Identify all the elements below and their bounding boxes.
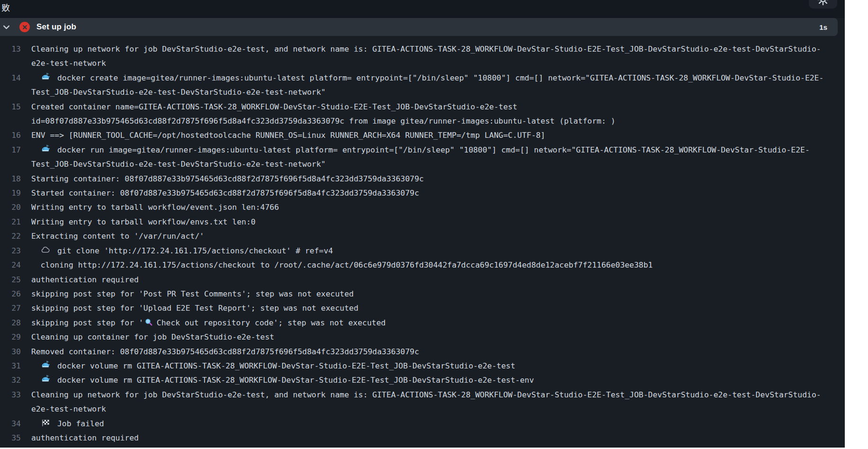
log-line: 35 authentication required [0, 431, 845, 445]
line-number[interactable]: 18 [0, 172, 21, 186]
line-number[interactable]: 32 [0, 373, 21, 387]
line-number[interactable]: 14 [0, 71, 21, 85]
log-line: 27 skipping post step for 'Upload E2E Te… [0, 301, 845, 315]
chevron-down-icon[interactable] [2, 23, 10, 31]
log-line: 22 Extracting content to '/var/run/act/' [0, 229, 845, 243]
job-title-fragment: 败 [1, 2, 10, 13]
log-line: 26 skipping post step for 'Post PR Test … [0, 287, 845, 301]
log-text: Cleaning up network for job DevStarStudi… [31, 42, 831, 71]
log-settings-button[interactable] [809, 0, 837, 9]
line-number[interactable]: 23 [0, 244, 21, 258]
whale-icon [41, 375, 50, 384]
log-line: 30 Removed container: 08f07d887e33b97546… [0, 345, 845, 359]
line-number[interactable]: 28 [0, 316, 21, 330]
log-text: Cleaning up container for job DevStarStu… [31, 330, 831, 344]
line-number[interactable]: 19 [0, 186, 21, 200]
line-number[interactable]: 16 [0, 128, 21, 143]
line-number[interactable]: 31 [0, 359, 21, 373]
line-number[interactable]: 20 [0, 200, 21, 215]
log-text: Created container name=GITEA-ACTIONS-TAS… [31, 100, 831, 129]
log-text: Job failed [31, 417, 831, 431]
log-line: 16 ENV ==> [RUNNER_TOOL_CACHE=/opt/hoste… [0, 128, 845, 143]
line-number[interactable]: 33 [0, 388, 21, 402]
log-text: authentication required [31, 273, 831, 287]
log-text: git clone 'http://172.24.161.175/actions… [31, 244, 831, 258]
step-header-setup-job[interactable]: Set up job 1s [0, 18, 838, 36]
gear-icon [817, 0, 829, 6]
log-line: 19 Started container: 08f07d887e33b97546… [0, 186, 845, 200]
log-line: 17 docker run image=gitea/runner-images:… [0, 143, 845, 172]
log-line: 29 Cleaning up container for job DevStar… [0, 330, 845, 344]
log-line: 20 Writing entry to tarball workflow/eve… [0, 200, 845, 215]
log-lines-container: 13 Cleaning up network for job DevStarSt… [0, 36, 845, 445]
log-line: 33 Cleaning up network for job DevStarSt… [0, 388, 845, 417]
x-circle-icon [22, 25, 27, 30]
log-text: docker run image=gitea/runner-images:ubu… [31, 143, 831, 172]
line-number[interactable]: 15 [0, 100, 21, 114]
line-number[interactable]: 27 [0, 301, 21, 315]
checkered-flag-icon [41, 418, 50, 428]
job-topbar: 败 [0, 0, 845, 18]
whale-icon [41, 360, 50, 370]
log-text: Writing entry to tarball workflow/event.… [31, 200, 831, 215]
line-number[interactable]: 24 [0, 258, 21, 272]
log-line: 13 Cleaning up network for job DevStarSt… [0, 42, 845, 71]
log-text: Writing entry to tarball workflow/envs.t… [31, 215, 831, 229]
log-text: Removed container: 08f07d887e33b975465d6… [31, 345, 831, 359]
log-line: 15 Created container name=GITEA-ACTIONS-… [0, 100, 845, 129]
magnifier-icon [144, 318, 153, 326]
step-title: Set up job [36, 22, 76, 32]
line-number[interactable]: 13 [0, 42, 21, 56]
log-text: Starting container: 08f07d887e33b975465d… [31, 172, 831, 186]
step-duration: 1s [819, 23, 827, 31]
log-line: 28 skipping post step for 'Check out rep… [0, 316, 845, 330]
log-line: 18 Starting container: 08f07d887e33b9754… [0, 172, 845, 186]
log-line: 31 docker volume rm GITEA-ACTIONS-TASK-2… [0, 359, 845, 373]
log-text: Cleaning up network for job DevStarStudi… [31, 388, 831, 417]
log-text: docker create image=gitea/runner-images:… [31, 71, 831, 100]
line-number[interactable]: 30 [0, 345, 21, 359]
log-text: ENV ==> [RUNNER_TOOL_CACHE=/opt/hostedto… [31, 128, 831, 143]
log-text: skipping post step for 'Upload E2E Test … [31, 301, 831, 315]
whale-icon [41, 72, 50, 82]
line-number[interactable]: 34 [0, 417, 21, 431]
log-text: authentication required [31, 431, 831, 445]
log-text: docker volume rm GITEA-ACTIONS-TASK-28_W… [31, 359, 831, 373]
log-line: 21 Writing entry to tarball workflow/env… [0, 215, 845, 229]
log-text: Extracting content to '/var/run/act/' [31, 229, 831, 243]
status-failed-badge [19, 22, 30, 32]
log-text: Started container: 08f07d887e33b975465d6… [31, 186, 831, 200]
line-number[interactable]: 29 [0, 330, 21, 344]
log-line: 23 git clone 'http://172.24.161.175/acti… [0, 244, 845, 258]
log-line: 32 docker volume rm GITEA-ACTIONS-TASK-2… [0, 373, 845, 387]
log-line: 14 docker create image=gitea/runner-imag… [0, 71, 845, 100]
line-number[interactable]: 17 [0, 143, 21, 157]
line-number[interactable]: 26 [0, 287, 21, 301]
whale-icon [41, 144, 50, 154]
log-text: docker volume rm GITEA-ACTIONS-TASK-28_W… [31, 373, 831, 387]
log-text: skipping post step for 'Check out reposi… [31, 316, 831, 330]
log-text: skipping post step for 'Post PR Test Com… [31, 287, 831, 301]
line-number[interactable]: 21 [0, 215, 21, 229]
line-number[interactable]: 25 [0, 273, 21, 287]
line-number[interactable]: 22 [0, 229, 21, 243]
log-text: cloning http://172.24.161.175/actions/ch… [31, 258, 831, 272]
cloud-icon [41, 245, 50, 255]
log-line: 34 Job failed [0, 417, 845, 431]
line-number[interactable]: 35 [0, 431, 21, 445]
log-line: 24 cloning http://172.24.161.175/actions… [0, 258, 845, 272]
log-line: 25 authentication required [0, 273, 845, 287]
job-log-panel: 败 Set up job 1s 13 Cleaning up network f… [0, 0, 845, 448]
